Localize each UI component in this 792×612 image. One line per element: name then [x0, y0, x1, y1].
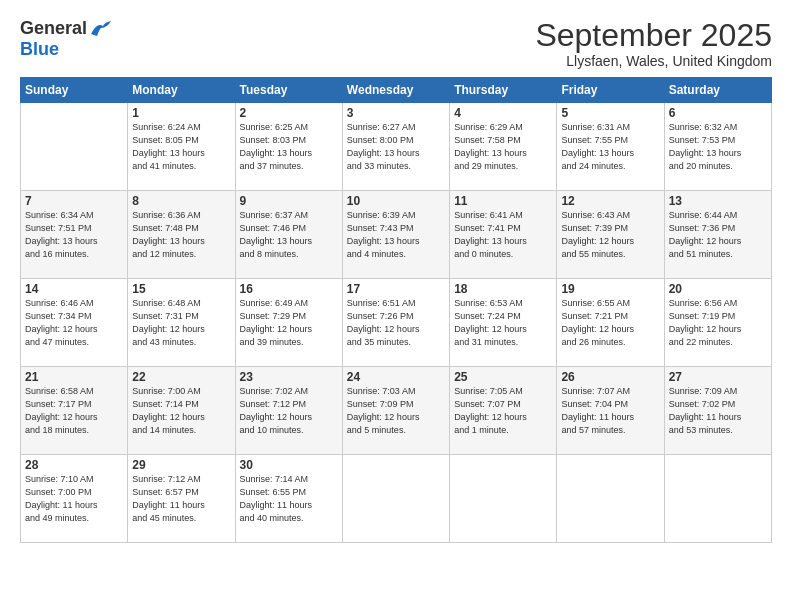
- day-number: 10: [347, 194, 445, 208]
- day-number: 24: [347, 370, 445, 384]
- col-friday: Friday: [557, 78, 664, 103]
- day-info: Sunrise: 6:39 AM Sunset: 7:43 PM Dayligh…: [347, 209, 445, 261]
- col-monday: Monday: [128, 78, 235, 103]
- day-number: 2: [240, 106, 338, 120]
- day-number: 26: [561, 370, 659, 384]
- calendar-cell-w1-d6: 5Sunrise: 6:31 AM Sunset: 7:55 PM Daylig…: [557, 103, 664, 191]
- week-row-3: 14Sunrise: 6:46 AM Sunset: 7:34 PM Dayli…: [21, 279, 772, 367]
- calendar-cell-w4-d2: 22Sunrise: 7:00 AM Sunset: 7:14 PM Dayli…: [128, 367, 235, 455]
- day-number: 14: [25, 282, 123, 296]
- day-number: 21: [25, 370, 123, 384]
- calendar-cell-w2-d6: 12Sunrise: 6:43 AM Sunset: 7:39 PM Dayli…: [557, 191, 664, 279]
- day-info: Sunrise: 6:51 AM Sunset: 7:26 PM Dayligh…: [347, 297, 445, 349]
- day-number: 28: [25, 458, 123, 472]
- calendar-cell-w1-d7: 6Sunrise: 6:32 AM Sunset: 7:53 PM Daylig…: [664, 103, 771, 191]
- calendar-cell-w2-d5: 11Sunrise: 6:41 AM Sunset: 7:41 PM Dayli…: [450, 191, 557, 279]
- day-info: Sunrise: 6:49 AM Sunset: 7:29 PM Dayligh…: [240, 297, 338, 349]
- col-saturday: Saturday: [664, 78, 771, 103]
- calendar-table: Sunday Monday Tuesday Wednesday Thursday…: [20, 77, 772, 543]
- calendar-cell-w3-d6: 19Sunrise: 6:55 AM Sunset: 7:21 PM Dayli…: [557, 279, 664, 367]
- calendar-cell-w2-d2: 8Sunrise: 6:36 AM Sunset: 7:48 PM Daylig…: [128, 191, 235, 279]
- day-info: Sunrise: 7:10 AM Sunset: 7:00 PM Dayligh…: [25, 473, 123, 525]
- calendar-cell-w3-d3: 16Sunrise: 6:49 AM Sunset: 7:29 PM Dayli…: [235, 279, 342, 367]
- col-thursday: Thursday: [450, 78, 557, 103]
- day-info: Sunrise: 6:31 AM Sunset: 7:55 PM Dayligh…: [561, 121, 659, 173]
- day-number: 4: [454, 106, 552, 120]
- week-row-4: 21Sunrise: 6:58 AM Sunset: 7:17 PM Dayli…: [21, 367, 772, 455]
- calendar-cell-w1-d3: 2Sunrise: 6:25 AM Sunset: 8:03 PM Daylig…: [235, 103, 342, 191]
- calendar-cell-w1-d4: 3Sunrise: 6:27 AM Sunset: 8:00 PM Daylig…: [342, 103, 449, 191]
- day-number: 15: [132, 282, 230, 296]
- day-number: 23: [240, 370, 338, 384]
- calendar-cell-w5-d1: 28Sunrise: 7:10 AM Sunset: 7:00 PM Dayli…: [21, 455, 128, 543]
- logo-bird-icon: [89, 20, 111, 38]
- calendar-cell-w2-d7: 13Sunrise: 6:44 AM Sunset: 7:36 PM Dayli…: [664, 191, 771, 279]
- calendar-cell-w5-d2: 29Sunrise: 7:12 AM Sunset: 6:57 PM Dayli…: [128, 455, 235, 543]
- location: Llysfaen, Wales, United Kingdom: [535, 53, 772, 69]
- day-info: Sunrise: 6:32 AM Sunset: 7:53 PM Dayligh…: [669, 121, 767, 173]
- day-number: 5: [561, 106, 659, 120]
- day-info: Sunrise: 6:43 AM Sunset: 7:39 PM Dayligh…: [561, 209, 659, 261]
- calendar-cell-w3-d4: 17Sunrise: 6:51 AM Sunset: 7:26 PM Dayli…: [342, 279, 449, 367]
- calendar-cell-w4-d3: 23Sunrise: 7:02 AM Sunset: 7:12 PM Dayli…: [235, 367, 342, 455]
- day-info: Sunrise: 6:25 AM Sunset: 8:03 PM Dayligh…: [240, 121, 338, 173]
- calendar-cell-w5-d5: [450, 455, 557, 543]
- col-sunday: Sunday: [21, 78, 128, 103]
- logo-blue: Blue: [20, 39, 59, 60]
- week-row-2: 7Sunrise: 6:34 AM Sunset: 7:51 PM Daylig…: [21, 191, 772, 279]
- day-info: Sunrise: 7:12 AM Sunset: 6:57 PM Dayligh…: [132, 473, 230, 525]
- day-number: 12: [561, 194, 659, 208]
- day-info: Sunrise: 7:00 AM Sunset: 7:14 PM Dayligh…: [132, 385, 230, 437]
- calendar-cell-w3-d2: 15Sunrise: 6:48 AM Sunset: 7:31 PM Dayli…: [128, 279, 235, 367]
- calendar-cell-w2-d3: 9Sunrise: 6:37 AM Sunset: 7:46 PM Daylig…: [235, 191, 342, 279]
- day-number: 1: [132, 106, 230, 120]
- day-number: 6: [669, 106, 767, 120]
- week-row-1: 1Sunrise: 6:24 AM Sunset: 8:05 PM Daylig…: [21, 103, 772, 191]
- day-info: Sunrise: 7:03 AM Sunset: 7:09 PM Dayligh…: [347, 385, 445, 437]
- day-number: 13: [669, 194, 767, 208]
- calendar-cell-w4-d6: 26Sunrise: 7:07 AM Sunset: 7:04 PM Dayli…: [557, 367, 664, 455]
- day-info: Sunrise: 6:41 AM Sunset: 7:41 PM Dayligh…: [454, 209, 552, 261]
- calendar-header-row: Sunday Monday Tuesday Wednesday Thursday…: [21, 78, 772, 103]
- day-info: Sunrise: 6:48 AM Sunset: 7:31 PM Dayligh…: [132, 297, 230, 349]
- day-number: 7: [25, 194, 123, 208]
- title-block: September 2025 Llysfaen, Wales, United K…: [535, 18, 772, 69]
- calendar-cell-w1-d5: 4Sunrise: 6:29 AM Sunset: 7:58 PM Daylig…: [450, 103, 557, 191]
- day-info: Sunrise: 6:58 AM Sunset: 7:17 PM Dayligh…: [25, 385, 123, 437]
- page-header: General Blue September 2025 Llysfaen, Wa…: [20, 18, 772, 69]
- calendar-cell-w2-d4: 10Sunrise: 6:39 AM Sunset: 7:43 PM Dayli…: [342, 191, 449, 279]
- day-number: 20: [669, 282, 767, 296]
- calendar-cell-w2-d1: 7Sunrise: 6:34 AM Sunset: 7:51 PM Daylig…: [21, 191, 128, 279]
- day-info: Sunrise: 6:34 AM Sunset: 7:51 PM Dayligh…: [25, 209, 123, 261]
- col-wednesday: Wednesday: [342, 78, 449, 103]
- day-number: 27: [669, 370, 767, 384]
- calendar-cell-w5-d6: [557, 455, 664, 543]
- day-info: Sunrise: 7:14 AM Sunset: 6:55 PM Dayligh…: [240, 473, 338, 525]
- day-info: Sunrise: 6:37 AM Sunset: 7:46 PM Dayligh…: [240, 209, 338, 261]
- day-number: 17: [347, 282, 445, 296]
- day-number: 18: [454, 282, 552, 296]
- day-number: 3: [347, 106, 445, 120]
- day-number: 11: [454, 194, 552, 208]
- day-info: Sunrise: 6:29 AM Sunset: 7:58 PM Dayligh…: [454, 121, 552, 173]
- day-number: 25: [454, 370, 552, 384]
- day-info: Sunrise: 6:55 AM Sunset: 7:21 PM Dayligh…: [561, 297, 659, 349]
- day-number: 22: [132, 370, 230, 384]
- day-number: 30: [240, 458, 338, 472]
- week-row-5: 28Sunrise: 7:10 AM Sunset: 7:00 PM Dayli…: [21, 455, 772, 543]
- day-info: Sunrise: 7:02 AM Sunset: 7:12 PM Dayligh…: [240, 385, 338, 437]
- calendar-cell-w3-d7: 20Sunrise: 6:56 AM Sunset: 7:19 PM Dayli…: [664, 279, 771, 367]
- logo-general: General: [20, 18, 87, 39]
- day-number: 8: [132, 194, 230, 208]
- calendar-cell-w1-d2: 1Sunrise: 6:24 AM Sunset: 8:05 PM Daylig…: [128, 103, 235, 191]
- day-info: Sunrise: 6:53 AM Sunset: 7:24 PM Dayligh…: [454, 297, 552, 349]
- day-info: Sunrise: 6:36 AM Sunset: 7:48 PM Dayligh…: [132, 209, 230, 261]
- day-info: Sunrise: 6:27 AM Sunset: 8:00 PM Dayligh…: [347, 121, 445, 173]
- col-tuesday: Tuesday: [235, 78, 342, 103]
- day-number: 19: [561, 282, 659, 296]
- calendar-cell-w1-d1: [21, 103, 128, 191]
- calendar-cell-w4-d4: 24Sunrise: 7:03 AM Sunset: 7:09 PM Dayli…: [342, 367, 449, 455]
- calendar-cell-w5-d3: 30Sunrise: 7:14 AM Sunset: 6:55 PM Dayli…: [235, 455, 342, 543]
- day-info: Sunrise: 6:44 AM Sunset: 7:36 PM Dayligh…: [669, 209, 767, 261]
- calendar-cell-w3-d1: 14Sunrise: 6:46 AM Sunset: 7:34 PM Dayli…: [21, 279, 128, 367]
